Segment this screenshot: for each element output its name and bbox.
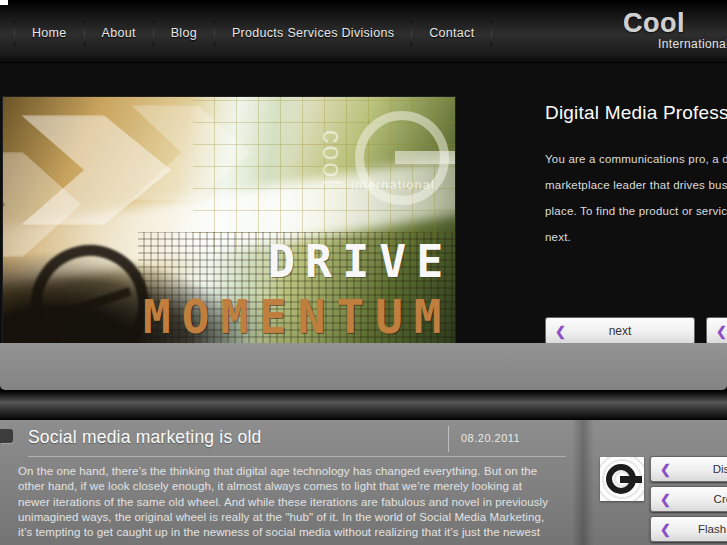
- post-body-line: it’s tempting to get caught up in the ne…: [18, 525, 548, 540]
- title-underline: [28, 456, 566, 457]
- sidebar-button-flash-updates[interactable]: ❮ Flash Updates: [650, 516, 727, 542]
- nav-item-about[interactable]: About: [85, 22, 153, 44]
- nav-item-products-services-divisions[interactable]: Products Services Divisions: [215, 22, 411, 44]
- logo-bar-icon: [620, 476, 642, 483]
- corner-artifact: [0, 0, 8, 5]
- sidebar-button-discover[interactable]: ❮ Discover: [650, 456, 727, 482]
- nav-item-home[interactable]: Home: [15, 22, 84, 44]
- sidebar-logo-thumbnail: [600, 457, 644, 501]
- sidebar-button-creative[interactable]: ❮ Creative: [650, 486, 727, 512]
- hero-section: cool international. DRIVE MOMENTUM Digit…: [0, 64, 727, 343]
- slider-pedestal: [0, 343, 727, 390]
- hero-paragraph-line: place. To find the product or service yo…: [545, 198, 727, 224]
- post-body-line: unimagined ways, the original wheel is r…: [18, 510, 548, 525]
- comment-bubble-icon: [0, 429, 13, 443]
- chevron-left-icon: ❮: [716, 324, 727, 339]
- logo-tagline: International: [658, 37, 727, 51]
- chevron-left-icon: ❮: [555, 324, 566, 339]
- overlay-tagline-text: international.: [351, 177, 439, 192]
- next-button[interactable]: ❮ next: [545, 317, 695, 345]
- hero-title: Digital Media Professionals: [545, 102, 727, 124]
- section-divider-band: [0, 390, 727, 420]
- post-date: 08.20.2011: [461, 432, 520, 444]
- main-nav: Home About Blog Products Services Divisi…: [14, 20, 492, 46]
- header: Home About Blog Products Services Divisi…: [0, 0, 727, 63]
- post-body-line: newer iterations of the same old wheel. …: [18, 495, 548, 510]
- date-divider: [448, 426, 449, 452]
- nav-divider: [491, 20, 492, 46]
- logo-name: Cool: [623, 8, 727, 39]
- page: Home About Blog Products Services Divisi…: [0, 0, 727, 545]
- hero-paragraph-line: You are a communications pro, a digital …: [545, 146, 727, 172]
- post-body: On the one hand, there’s the thinking th…: [18, 464, 548, 540]
- post-body-line: other hand, if we look closely enough, i…: [18, 479, 548, 494]
- post-title[interactable]: Social media marketing is old: [28, 427, 261, 448]
- content-section: Social media marketing is old 08.20.2011…: [0, 420, 727, 545]
- slide-word-momentum: MOMENTUM: [143, 290, 453, 343]
- hero-paragraph-line: marketplace leader that drives business.…: [545, 172, 727, 198]
- chevron-left-icon: ❮: [660, 492, 671, 507]
- chevron-left-icon: ❮: [660, 462, 671, 477]
- brand-circle-bar: [395, 151, 455, 164]
- hero-paragraph-line: next.: [545, 224, 727, 250]
- slide-word-drive: DRIVE: [268, 235, 453, 288]
- post-body-line: On the one hand, there’s the thinking th…: [18, 464, 548, 479]
- next-button-secondary[interactable]: ❮ next: [706, 317, 727, 345]
- nav-item-contact[interactable]: Contact: [412, 22, 491, 44]
- hero-slide-image: cool international. DRIVE MOMENTUM: [3, 97, 455, 343]
- overlay-brand-text: cool: [316, 130, 347, 188]
- nav-item-blog[interactable]: Blog: [154, 22, 214, 44]
- hero-paragraph: You are a communications pro, a digital …: [545, 146, 727, 250]
- next-button-label: next: [546, 324, 694, 338]
- chevron-left-icon: ❮: [660, 522, 671, 537]
- column-divider-shadow: [572, 420, 594, 545]
- site-logo[interactable]: Cool International: [623, 8, 727, 51]
- hero-copy: Digital Media Professionals You are a co…: [545, 102, 727, 124]
